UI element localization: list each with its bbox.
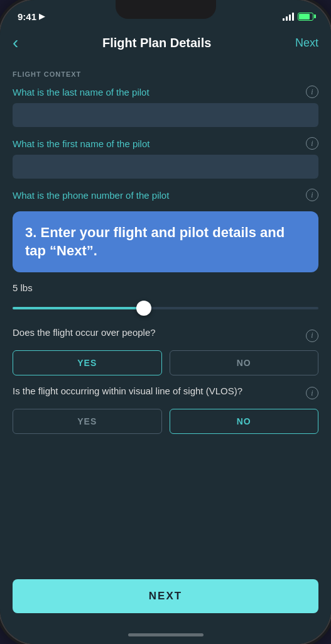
first-name-info-icon[interactable]: i: [306, 137, 318, 150]
battery-icon: [298, 13, 313, 21]
vlos-no-button[interactable]: NO: [170, 409, 319, 434]
slider-fill: [13, 307, 150, 309]
question-over-people: Does the flight occur over people? i YES…: [13, 327, 318, 375]
over-people-yes-button[interactable]: YES: [13, 350, 162, 375]
first-name-label: What is the first name of the pilot: [13, 138, 149, 149]
vlos-info-icon[interactable]: i: [306, 387, 318, 399]
last-name-label-row: What is the last name of the pilot i: [13, 86, 318, 98]
phone-info-icon[interactable]: i: [306, 189, 318, 201]
over-people-no-button[interactable]: NO: [170, 350, 319, 375]
callout-box: 3. Enter your flight and pilot details a…: [13, 211, 318, 272]
next-nav-button[interactable]: Next: [295, 36, 318, 50]
first-name-group: What is the first name of the pilot i: [13, 137, 318, 179]
vlos-yes-button[interactable]: YES: [13, 409, 162, 434]
scroll-content: FLIGHT CONTEXT What is the last name of …: [0, 60, 331, 572]
vlos-question: Is the flight occurring within visual li…: [13, 386, 301, 396]
location-arrow-icon: ▶: [39, 12, 45, 21]
callout-text: 3. Enter your flight and pilot details a…: [25, 225, 285, 258]
slider-container: [13, 299, 318, 317]
vlos-buttons: YES NO: [13, 409, 318, 434]
phone-label: What is the phone number of the pilot: [13, 190, 169, 201]
over-people-info-icon[interactable]: i: [306, 330, 318, 342]
over-people-question: Does the flight occur over people?: [13, 327, 156, 338]
bottom-bar: NEXT: [0, 572, 331, 628]
slider-thumb[interactable]: [136, 301, 151, 316]
time-display: 9:41: [18, 11, 36, 22]
back-button[interactable]: ‹: [13, 33, 18, 53]
last-name-input[interactable]: [13, 103, 318, 127]
battery-tip: [314, 14, 316, 18]
last-name-info-icon[interactable]: i: [306, 86, 318, 98]
slider-section: 5 lbs: [13, 282, 318, 317]
home-bar: [128, 633, 203, 636]
status-right: [283, 13, 313, 21]
last-name-label: What is the last name of the pilot: [13, 87, 149, 97]
section-label: FLIGHT CONTEXT: [13, 70, 318, 78]
question-vlos: Is the flight occurring within visual li…: [13, 386, 318, 434]
last-name-group: What is the last name of the pilot i: [13, 86, 318, 127]
first-name-input[interactable]: [13, 155, 318, 179]
slider-track: [13, 307, 318, 309]
home-indicator: [0, 628, 331, 644]
status-time: 9:41 ▶: [18, 11, 45, 22]
first-name-label-row: What is the first name of the pilot i: [13, 137, 318, 150]
signal-icon: [283, 13, 294, 21]
nav-header: ‹ Flight Plan Details Next: [0, 28, 331, 60]
over-people-buttons: YES NO: [13, 350, 318, 375]
phone-group: What is the phone number of the pilot i: [13, 189, 318, 201]
battery-fill: [299, 14, 310, 19]
page-title: Flight Plan Details: [102, 36, 211, 50]
phone-screen: 9:41 ▶ ‹ Flight Plan Details Next: [0, 0, 331, 644]
next-button[interactable]: NEXT: [13, 579, 318, 613]
phone-notch: [116, 0, 216, 19]
phone-frame: 9:41 ▶ ‹ Flight Plan Details Next: [0, 0, 331, 644]
phone-label-row: What is the phone number of the pilot i: [13, 189, 318, 201]
slider-label: 5 lbs: [13, 282, 318, 293]
